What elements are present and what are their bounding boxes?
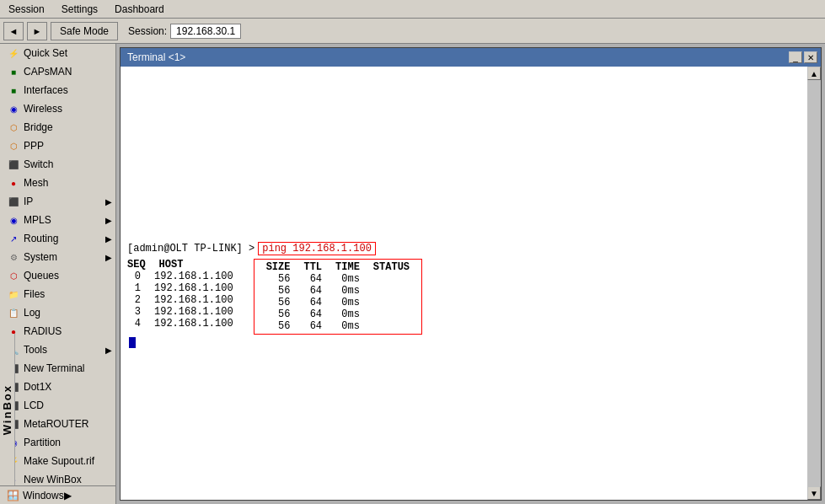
sidebar-item-lcd[interactable]: ⬛LCD — [0, 396, 115, 415]
session-value: 192.168.30.1 — [170, 24, 241, 39]
terminal-controls: _ ✕ — [789, 51, 817, 63]
sidebar-item-ip[interactable]: ⬛IP▶ — [0, 192, 115, 211]
sidebar-item-make-supout[interactable]: ⚡Make Supout.rif — [0, 452, 115, 470]
sidebar-item-wireless[interactable]: ◉Wireless — [0, 99, 115, 118]
quick-set-icon: ⚡ — [7, 46, 20, 60]
time-header: TIME — [329, 261, 367, 273]
table-row: 56640ms — [260, 273, 416, 285]
sidebar-item-log[interactable]: 📋Log — [0, 303, 115, 322]
terminal-cursor — [129, 337, 136, 348]
menubar: Session Settings Dashboard — [0, 0, 825, 19]
sidebar-item-windows[interactable]: 🪟 Windows ▶ — [0, 485, 115, 504]
make-supout-label: Make Supout.rif — [24, 455, 94, 467]
interfaces-label: Interfaces — [24, 84, 68, 96]
terminal-command: ping 192.168.1.100 — [258, 242, 376, 255]
sidebar-item-metarouter[interactable]: ⬛MetaROUTER — [0, 415, 115, 433]
interfaces-icon: ■ — [7, 83, 20, 97]
safe-mode-button[interactable]: Safe Mode — [51, 22, 118, 40]
sidebar-windows-label: Windows — [23, 490, 64, 501]
queues-label: Queues — [24, 270, 59, 281]
new-winbox-label: New WinBox — [24, 474, 82, 485]
session-label: Session: — [128, 25, 167, 37]
capsman-label: CAPsMAN — [24, 66, 72, 78]
ip-arrow: ▶ — [105, 197, 112, 206]
sidebar-item-system[interactable]: ⚙System▶ — [0, 248, 115, 266]
terminal-content[interactable]: [admin@OLT TP-LINK] >ping 192.168.1.100S… — [121, 67, 807, 500]
lcd-label: LCD — [24, 399, 44, 411]
size-ttl-time-table: SIZETTLTIMESTATUS56640ms56640ms56640ms56… — [254, 259, 422, 335]
tools-arrow: ▶ — [105, 346, 112, 355]
routing-arrow: ▶ — [105, 234, 112, 244]
content-area: Terminal <1> _ ✕ [admin@OLT TP-LINK] >pi… — [116, 44, 825, 504]
menu-dashboard[interactable]: Dashboard — [110, 2, 169, 17]
sidebar-items: ⚡Quick Set■CAPsMAN■Interfaces◉Wireless⬡B… — [0, 44, 115, 504]
files-icon: 📁 — [7, 287, 20, 301]
mpls-icon: ◉ — [7, 213, 20, 227]
files-label: Files — [24, 288, 45, 300]
mpls-label: MPLS — [24, 214, 51, 226]
sidebar-item-capsman[interactable]: ■CAPsMAN — [0, 62, 115, 81]
terminal-close-button[interactable]: ✕ — [804, 51, 817, 63]
bridge-icon: ⬡ — [7, 121, 20, 134]
table-row: 0192.168.1.100 — [127, 271, 233, 282]
sidebar-item-mpls[interactable]: ◉MPLS▶ — [0, 211, 115, 229]
bridge-label: Bridge — [24, 121, 53, 133]
mpls-arrow: ▶ — [105, 216, 112, 225]
ip-icon: ⬛ — [7, 195, 20, 208]
wireless-label: Wireless — [24, 103, 62, 115]
scroll-down-button[interactable]: ▼ — [807, 486, 821, 500]
switch-icon: ⬛ — [7, 158, 20, 171]
sidebar-item-bridge[interactable]: ⬡Bridge — [0, 118, 115, 137]
sidebar-item-quick-set[interactable]: ⚡Quick Set — [0, 44, 115, 62]
forward-button[interactable]: ► — [27, 22, 47, 40]
seq-header: SEQ — [127, 259, 146, 271]
terminal-minimize-button[interactable]: _ — [789, 51, 802, 63]
seq-host-table: SEQHOST0192.168.1.1001192.168.1.1002192.… — [127, 259, 233, 335]
routing-label: Routing — [24, 233, 58, 244]
sidebar-item-mesh[interactable]: ●Mesh — [0, 174, 115, 192]
sidebar-item-partition[interactable]: ◉Partition — [0, 433, 115, 452]
table-row: 4192.168.1.100 — [127, 318, 233, 330]
sidebar-item-radius[interactable]: ●RADIUS — [0, 322, 115, 340]
mesh-label: Mesh — [24, 177, 48, 189]
main-layout: ⚡Quick Set■CAPsMAN■Interfaces◉Wireless⬡B… — [0, 44, 825, 504]
sidebar-item-files[interactable]: 📁Files — [0, 285, 115, 303]
ttl-header: TTL — [297, 261, 329, 273]
table-row: 2192.168.1.100 — [127, 294, 233, 306]
sidebar: ⚡Quick Set■CAPsMAN■Interfaces◉Wireless⬡B… — [0, 44, 116, 504]
dot1x-label: Dot1X — [24, 381, 51, 393]
log-label: Log — [24, 307, 40, 319]
table-row: 3192.168.1.100 — [127, 306, 233, 318]
tools-label: Tools — [24, 344, 47, 356]
ip-label: IP — [24, 196, 33, 207]
partition-label: Partition — [24, 437, 61, 448]
mesh-icon: ● — [7, 176, 20, 190]
windows-arrow: ▶ — [64, 490, 72, 501]
terminal-titlebar: Terminal <1> _ ✕ — [121, 48, 821, 67]
scroll-track — [807, 80, 821, 486]
ppp-icon: ⬡ — [7, 139, 20, 153]
sidebar-item-interfaces[interactable]: ■Interfaces — [0, 81, 115, 99]
terminal-scrollbar: ▲ ▼ — [807, 67, 821, 500]
menu-session[interactable]: Session — [3, 2, 50, 17]
radius-label: RADIUS — [24, 325, 62, 337]
sidebar-item-tools[interactable]: 🔧Tools▶ — [0, 340, 115, 359]
ppp-label: PPP — [24, 140, 44, 152]
back-button[interactable]: ◄ — [3, 22, 24, 40]
sidebar-item-queues[interactable]: ⬡Queues — [0, 266, 115, 285]
table-row: 56640ms — [260, 297, 416, 308]
sidebar-item-ppp[interactable]: ⬡PPP — [0, 137, 115, 155]
table-row: 1192.168.1.100 — [127, 282, 233, 294]
table-row: 56640ms — [260, 308, 416, 320]
table-row: 56640ms — [260, 320, 416, 332]
scroll-up-button[interactable]: ▲ — [807, 67, 821, 80]
sidebar-item-new-terminal[interactable]: ⬛New Terminal — [0, 359, 115, 378]
sidebar-item-dot1x[interactable]: ⬛Dot1X — [0, 378, 115, 396]
log-icon: 📋 — [7, 306, 20, 319]
sidebar-item-switch[interactable]: ⬛Switch — [0, 155, 115, 174]
size-header: SIZE — [260, 261, 297, 273]
winbox-vertical-label: WinBox — [1, 384, 13, 435]
terminal-body-container: [admin@OLT TP-LINK] >ping 192.168.1.100S… — [121, 67, 821, 500]
sidebar-item-routing[interactable]: ↗Routing▶ — [0, 229, 115, 248]
menu-settings[interactable]: Settings — [56, 2, 103, 17]
